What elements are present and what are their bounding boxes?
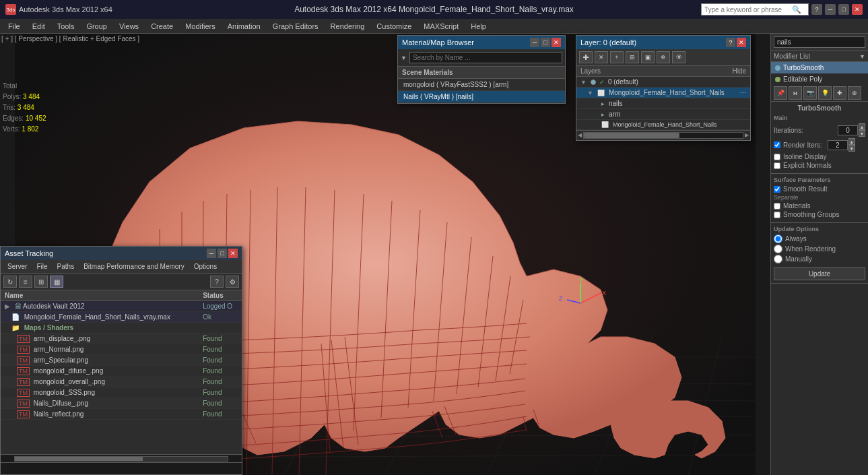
- titlebar-right[interactable]: 🔍 ? ─ □ ✕: [701, 3, 863, 15]
- table-row[interactable]: ▶ 🏛 Autodesk Vault 2012 Logged O: [1, 301, 242, 312]
- scroll-right[interactable]: ▶: [745, 132, 749, 139]
- mat-item-0[interactable]: mongoloid ( VRayFastSSS2 ) [arm]: [398, 79, 565, 91]
- table-row[interactable]: TM mongoloid_overall_.png Found: [1, 377, 242, 387]
- asset-table[interactable]: Name Status ▶ 🏛 Autodesk Vault 2012 Logg…: [1, 290, 242, 454]
- modifier-list-dropdown[interactable]: ▼: [859, 53, 865, 60]
- menu-tools[interactable]: Tools: [52, 21, 80, 32]
- asset-tb-detail[interactable]: ▦: [50, 276, 63, 288]
- layer-item-4[interactable]: ▶ ⬜ Mongoloid_Female_Hand_Short_Nails: [576, 120, 750, 130]
- h-scrollbar-track[interactable]: [14, 456, 228, 462]
- always-radio[interactable]: [774, 234, 782, 243]
- asset-menu-bitmap[interactable]: Bitmap Performance and Memory: [79, 261, 189, 272]
- layers-tb-delete[interactable]: ✕: [595, 51, 608, 63]
- layers-titlebar[interactable]: Layer: 0 (default) ? ✕: [576, 36, 750, 49]
- manually-radio[interactable]: [774, 255, 782, 263]
- menu-maxscript[interactable]: MAXScript: [418, 21, 464, 32]
- space-icon[interactable]: ⊕: [848, 86, 861, 100]
- table-row[interactable]: 📁 Maps / Shaders: [1, 323, 242, 334]
- menu-graph-editors[interactable]: Graph Editors: [267, 21, 324, 32]
- explicit-normals-check[interactable]: [774, 162, 780, 169]
- menu-views[interactable]: Views: [114, 21, 144, 32]
- asset-menu-server[interactable]: Server: [3, 261, 31, 272]
- table-row[interactable]: TM mongoloid_difuse_.png Found: [1, 366, 242, 377]
- layer-item-2[interactable]: ▶ ▸ nails: [576, 98, 750, 109]
- table-row[interactable]: TM mongoloid_SSS.png Found: [1, 387, 242, 398]
- table-row[interactable]: TM arm_displace_.png Found: [1, 334, 242, 344]
- minimize-btn[interactable]: ─: [825, 4, 836, 15]
- mat-search-input[interactable]: [409, 52, 562, 63]
- table-row[interactable]: TM arm_Specular.png Found: [1, 355, 242, 366]
- menu-modifiers[interactable]: Modifiers: [180, 21, 221, 32]
- scroll-left[interactable]: ◀: [578, 132, 582, 139]
- layers-tb-merge[interactable]: ⊞: [626, 51, 639, 63]
- table-row[interactable]: 📄 Mongoloid_Female_Hand_Short_Nails_vray…: [1, 312, 242, 323]
- h-icon[interactable]: H: [789, 86, 802, 100]
- asset-min-btn[interactable]: ─: [207, 249, 216, 258]
- asset-menu-file[interactable]: File: [32, 261, 51, 272]
- mat-browser-titlebar[interactable]: Material/Map Browser ─ □ ✕: [398, 36, 565, 49]
- layer-item-0[interactable]: ▼ ✓ 0 (default): [576, 77, 750, 88]
- iterations-spinner[interactable]: ▲ ▼: [838, 123, 865, 137]
- render-iters-spinner[interactable]: ▲ ▼: [828, 138, 855, 152]
- render-iters-input[interactable]: [828, 140, 848, 150]
- maximize-btn[interactable]: □: [838, 4, 849, 15]
- menu-file[interactable]: File: [3, 21, 26, 32]
- helper-icon[interactable]: ✚: [833, 86, 846, 100]
- materials-check[interactable]: [774, 203, 780, 210]
- layers-tb-hide[interactable]: 👁: [672, 51, 686, 63]
- asset-tb-help[interactable]: ?: [210, 276, 224, 288]
- layers-help-btn[interactable]: ?: [726, 38, 735, 47]
- when-rendering-radio[interactable]: [774, 245, 782, 253]
- mat-browser-min[interactable]: ─: [530, 38, 539, 47]
- menu-group[interactable]: Group: [81, 21, 112, 32]
- layers-tb-add[interactable]: +: [610, 51, 624, 63]
- mat-browser-max[interactable]: □: [541, 38, 550, 47]
- smooth-result-check[interactable]: [774, 186, 780, 193]
- menu-help[interactable]: Help: [465, 21, 492, 32]
- render-iters-check[interactable]: [774, 141, 780, 148]
- smoothing-groups-check[interactable]: [774, 212, 780, 218]
- menu-animation[interactable]: Animation: [222, 21, 266, 32]
- modifier-editable-poly[interactable]: Editable Poly: [771, 73, 868, 85]
- col-name[interactable]: Name: [1, 290, 199, 301]
- h-scrollbar[interactable]: [583, 132, 743, 139]
- table-row[interactable]: TM Nails_reflect.png Found: [1, 409, 242, 420]
- layers-tb-freeze[interactable]: ❄: [657, 51, 670, 63]
- asset-tb-grid[interactable]: ⊞: [34, 276, 48, 288]
- search-input[interactable]: [704, 6, 792, 13]
- layer-options-1[interactable]: ⋯: [740, 90, 746, 96]
- modifier-search-input[interactable]: [774, 36, 865, 48]
- asset-max-btn[interactable]: □: [218, 249, 227, 258]
- iterations-input[interactable]: [838, 125, 858, 135]
- layers-tb-create[interactable]: [579, 51, 593, 63]
- modifier-turbosmoooth[interactable]: TurboSmooth: [771, 62, 868, 73]
- close-btn[interactable]: ✕: [852, 4, 863, 15]
- table-row[interactable]: TM arm_Normal.png Found: [1, 344, 242, 355]
- layer-expand-0[interactable]: ▼: [580, 79, 587, 86]
- asset-titlebar[interactable]: Asset Tracking ─ □ ✕: [1, 247, 242, 260]
- layers-tb-select[interactable]: ▣: [641, 51, 655, 63]
- render-iters-down[interactable]: ▼: [848, 145, 855, 152]
- iterations-down[interactable]: ▼: [859, 130, 865, 137]
- layer-item-1[interactable]: ▼ ⬜ Mongoloid_Female_Hand_Short_Nails ⋯: [576, 88, 750, 98]
- asset-tb-settings[interactable]: ⚙: [226, 276, 239, 288]
- iterations-up[interactable]: ▲: [859, 123, 865, 130]
- col-status[interactable]: Status: [199, 290, 242, 301]
- menu-create[interactable]: Create: [145, 21, 178, 32]
- search-bar[interactable]: 🔍: [701, 3, 809, 15]
- table-row[interactable]: TM Nails_Difuse_.png Found: [1, 398, 242, 409]
- layers-scrollbar[interactable]: ◀ ▶: [576, 130, 750, 140]
- update-button[interactable]: Update: [774, 267, 865, 280]
- camera-icon[interactable]: 📷: [803, 86, 817, 100]
- menu-rendering[interactable]: Rendering: [325, 21, 370, 32]
- layers-close[interactable]: ✕: [737, 38, 746, 47]
- light-icon[interactable]: 💡: [818, 86, 832, 100]
- asset-tb-list[interactable]: ≡: [19, 276, 32, 288]
- pin-icon[interactable]: 📌: [774, 86, 787, 100]
- menu-customize[interactable]: Customize: [371, 21, 417, 32]
- mat-item-1[interactable]: Nails ( VRayMtl ) [nails]: [398, 91, 565, 103]
- asset-close-btn[interactable]: ✕: [228, 249, 238, 258]
- menu-edit[interactable]: Edit: [27, 21, 51, 32]
- layer-item-3[interactable]: ▶ ▸ arm: [576, 109, 750, 120]
- render-iters-up[interactable]: ▲: [848, 138, 855, 145]
